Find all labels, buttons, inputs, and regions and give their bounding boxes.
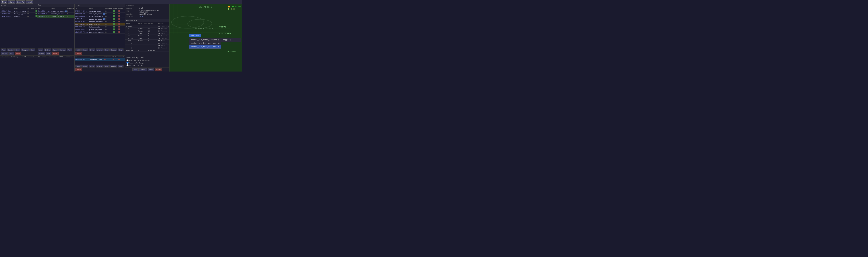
reactive-radio-2[interactable]	[126, 64, 128, 66]
context-menu[interactable]: arches_sim_ardea_actions ▶ arches_sim_lr…	[189, 38, 221, 49]
lru1-reset[interactable]: Reset	[52, 52, 59, 55]
ardea-stop[interactable]: Stop	[8, 52, 14, 55]
table-row[interactable]: 3d93c9c5-ca... drive_to_pose sync	[75, 18, 125, 21]
table-row[interactable]: b7f7d600-08... drive_to_pose	[0, 12, 37, 15]
param-actions[interactable]	[167, 27, 169, 30]
lru1-unsync[interactable]: Unsync	[58, 49, 66, 51]
lru2-bottom-table-wrap[interactable]: id name battery WLAN manual 6878070b-e4d…	[75, 56, 125, 64]
save-button[interactable]: Save	[8, 0, 15, 4]
ardea-sync[interactable]: Sync	[14, 49, 20, 51]
param-actions[interactable]	[167, 42, 169, 45]
table-row[interactable]: 6bcca051-b4... drive_to_pose sync	[37, 10, 74, 12]
table-row[interactable]: 06cf4f52-3e6... take_sample	[75, 23, 125, 26]
table-row[interactable]: 6878070b-e4d... install_wlan	[75, 58, 125, 61]
pause-button[interactable]: Pause	[139, 68, 147, 71]
param-child-row[interactable]: pitch float 0 2D Pose 4	[125, 37, 169, 39]
lru1-table-wrap[interactable]: id name battery WLAN manual 6bcca051-b4.…	[37, 7, 74, 48]
param-actions[interactable]: ✎	[167, 25, 169, 27]
lru2b-sync[interactable]: Sync	[89, 65, 95, 67]
reset-button[interactable]: Reset	[155, 68, 162, 71]
table-row[interactable]: cef3c585-13f... drive_to_pose sync	[75, 12, 125, 15]
lru2-submenu[interactable]: mapping	[221, 38, 241, 42]
lru2-pause[interactable]: Pause	[110, 49, 117, 51]
run-button[interactable]: Run	[132, 68, 138, 71]
reactive-option-0[interactable]: Auto Battery Recharge	[126, 59, 168, 61]
ardea-bottom-table-wrap[interactable]: id name battery WLAN manual	[0, 56, 37, 72]
add-action-button[interactable]: Add Action	[189, 34, 201, 37]
lru2-table-wrap[interactable]: id name battery WLAN manual 84D0d844-19.…	[75, 7, 125, 48]
table-row[interactable]: c223ce1f-27e... place_payload_bo...	[75, 28, 125, 31]
param-actions[interactable]	[167, 35, 169, 37]
param-child-row[interactable]: ...6 2D Pose 6	[125, 42, 169, 45]
reactive-option-1[interactable]: Keep WLAN Range	[126, 62, 168, 64]
ardea-unsync[interactable]: Unsync	[21, 49, 29, 51]
lru2b-run[interactable]: Run	[104, 65, 110, 67]
param-actions[interactable]	[167, 37, 169, 39]
new-button[interactable]: New	[1, 0, 7, 4]
ardea-run[interactable]: Run	[29, 49, 35, 51]
menu-lru2-actions[interactable]: arches_sim_lru2_actions ▶ mapping	[189, 45, 221, 49]
ardea-delete[interactable]: Delete	[7, 49, 14, 51]
table-row[interactable]: 05623649-fc... sample_selection...	[37, 12, 74, 15]
lru2-add[interactable]: Add	[75, 49, 81, 51]
view-3d[interactable]: 2D Area 0 2D Pose 0 2D Area 0 (vertex 0)…	[169, 4, 242, 72]
param-child-row[interactable]: yaw float 0 2D Pose 5	[125, 39, 169, 42]
lru2b-add[interactable]: Add	[75, 65, 81, 67]
param-actions[interactable]	[167, 30, 169, 32]
reactive-radio-0[interactable]	[126, 59, 128, 61]
param-child-row[interactable]: z float 0 2D Pose 2	[125, 32, 169, 35]
reactive-radio-1[interactable]	[126, 62, 128, 64]
param-actions[interactable]	[167, 49, 169, 52]
lru1-delete[interactable]: Delete	[44, 49, 51, 51]
lru1-bottom-table-wrap[interactable]: id name battery WLAN manual	[37, 56, 74, 72]
ardea-add[interactable]: Add	[1, 49, 6, 51]
load-button[interactable]: Load	[26, 0, 33, 4]
param-child-row[interactable]: y float 15 2D Pose 1	[125, 30, 169, 32]
table-row[interactable]: 0fc4d01d-acc... sample_selection...	[75, 21, 125, 23]
lru1-sync[interactable]: Sync	[52, 49, 58, 51]
ardea-reset[interactable]: Reset	[15, 52, 21, 55]
submenu-mapping[interactable]: mapping	[221, 38, 241, 41]
table-row[interactable]: d288dc73-9e... drive_to_pose	[0, 10, 37, 12]
menu-lru1-actions[interactable]: arches_sim_lru1_actions ▶	[189, 41, 221, 45]
lru1-stop[interactable]: Stop	[46, 52, 52, 55]
ardea-pause[interactable]: Pause	[1, 52, 8, 55]
reactive-option-2[interactable]: Manual Control	[126, 64, 168, 66]
table-row[interactable]: 298e9fd4-08... mapping	[0, 15, 37, 18]
table-row[interactable]: e4ac94bc-23... drive_to_pose	[37, 15, 74, 18]
lru2b-pause[interactable]: Pause	[110, 65, 117, 67]
param-child-row[interactable]: roll float 0 2D Pose 3	[125, 35, 169, 37]
param-actions[interactable]	[167, 32, 169, 35]
lru2-stop[interactable]: Stop	[118, 49, 123, 51]
lru2b-stop[interactable]: Stop	[118, 65, 123, 67]
table-row[interactable]: 5b71050d-57... take_sample	[75, 26, 125, 28]
save-as-button[interactable]: Save As	[16, 0, 25, 4]
lru1-add[interactable]: Add	[38, 49, 43, 51]
param-child-row[interactable]: x float 15 2D Pose 0	[125, 27, 169, 30]
param-child-row[interactable]: ...8 2D Pose 8	[125, 47, 169, 49]
stop-button[interactable]: Stop	[148, 68, 154, 71]
lru2-run[interactable]: Run	[104, 49, 110, 51]
table-row[interactable]: a271cbe2-05... pick_payload_box	[75, 15, 125, 18]
lru1-table: id name battery WLAN manual 6bcca051-b4.…	[37, 7, 74, 18]
lru1-run[interactable]: Run	[67, 49, 72, 51]
lru2b-unsync[interactable]: Unsync	[96, 65, 103, 67]
lru1-pause[interactable]: Pause	[38, 52, 45, 55]
param-actions[interactable]	[167, 47, 169, 49]
param-actions[interactable]	[167, 39, 169, 42]
param-row-pose[interactable]: ▼ pose 2D Pose 9 ✎	[125, 25, 169, 27]
lru2b-reset[interactable]: Reset	[75, 68, 82, 71]
lru2-reset[interactable]: Reset	[75, 52, 82, 55]
ardea-table-wrap[interactable]: id name battery WLAN manual d288dc73-9e.…	[0, 7, 37, 48]
lru2-unsync[interactable]: Unsync	[96, 49, 103, 51]
table-row[interactable]: 84D0d844-19... install_wlan	[75, 10, 125, 12]
table-row[interactable]: d1a9e1b7-f4a... recharge_battery	[75, 31, 125, 33]
param-child-row[interactable]: ...7 2D Pose 7	[125, 45, 169, 47]
params-table-wrap[interactable]: Name Data Type Value Marker ▼ pose 2D Po…	[125, 22, 169, 56]
lru2b-delete[interactable]: Delete	[81, 65, 88, 67]
lru2-sync[interactable]: Sync	[89, 49, 95, 51]
menu-ardea-actions[interactable]: arches_sim_ardea_actions ▶	[189, 38, 221, 41]
param-actions[interactable]	[167, 45, 169, 47]
param-row-wlan[interactable]: wlan_box... str wlan_box1	[125, 49, 169, 52]
lru2-delete[interactable]: Delete	[81, 49, 88, 51]
